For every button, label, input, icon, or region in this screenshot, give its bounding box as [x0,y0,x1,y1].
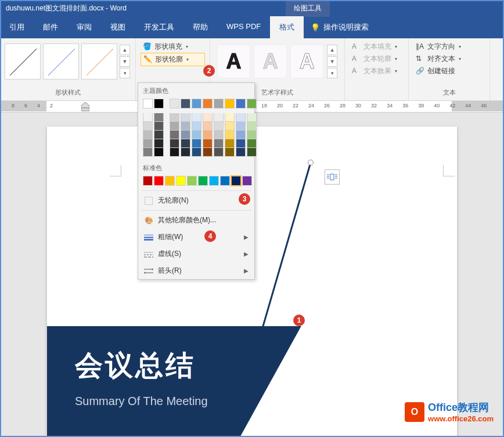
color-swatch[interactable] [247,139,257,148]
color-swatch[interactable] [236,113,246,122]
color-swatch[interactable] [214,113,224,122]
color-swatch[interactable] [203,113,213,122]
color-swatch[interactable] [225,122,235,131]
color-swatch[interactable] [143,99,153,109]
color-swatch[interactable] [143,113,153,122]
color-swatch[interactable] [203,99,213,109]
text-effects-button[interactable]: A 文本效果 ▾ [350,65,404,77]
tab-review[interactable]: 审阅 [67,16,101,38]
color-swatch[interactable] [198,176,208,186]
tab-help[interactable]: 帮助 [183,16,217,38]
color-swatch[interactable] [170,139,179,148]
shape-style-3[interactable] [81,44,117,80]
text-fill-button[interactable]: A 文本填充 ▾ [350,41,404,53]
color-swatch[interactable] [181,148,190,157]
color-swatch[interactable] [154,139,164,148]
color-swatch[interactable] [192,139,201,148]
tell-me-search[interactable]: 💡 操作说明搜索 [304,16,376,38]
tab-wps-pdf[interactable]: WPS PDF [217,16,270,38]
color-swatch[interactable] [247,122,257,131]
color-swatch[interactable] [181,99,190,109]
color-swatch[interactable] [247,113,257,122]
wordart-style-3[interactable]: A [290,45,323,78]
color-swatch[interactable] [192,148,201,157]
color-swatch[interactable] [154,176,164,186]
color-swatch[interactable] [154,99,164,109]
color-swatch[interactable] [170,148,179,157]
color-swatch[interactable] [192,131,201,139]
wordart-style-1[interactable]: A [217,45,250,78]
color-swatch[interactable] [236,139,246,148]
color-swatch[interactable] [236,122,246,131]
gallery-down-icon[interactable]: ▼ [120,56,130,67]
color-swatch[interactable] [192,99,201,109]
gallery-down-icon[interactable]: ▼ [327,56,337,67]
gallery-more-icon[interactable]: ▾ [120,68,130,78]
color-swatch[interactable] [192,122,201,131]
text-outline-button[interactable]: A 文本轮廓 ▾ [350,53,404,65]
color-swatch[interactable] [225,131,235,139]
color-swatch[interactable] [236,131,246,139]
wordart-gallery-scroll[interactable]: ▲ ▼ ▾ [327,45,337,78]
tab-format[interactable]: 格式 [270,16,304,38]
color-swatch[interactable] [214,99,224,109]
shape-style-1[interactable] [5,44,41,80]
color-swatch[interactable] [170,99,179,109]
color-swatch[interactable] [143,131,153,139]
color-swatch[interactable] [154,113,164,122]
color-swatch[interactable] [181,113,190,122]
color-swatch[interactable] [143,139,153,148]
color-swatch[interactable] [231,176,241,186]
color-swatch[interactable] [203,131,213,139]
gallery-scroll[interactable]: ▲ ▼ ▾ [120,45,130,78]
color-swatch[interactable] [242,176,252,186]
color-swatch[interactable] [214,148,224,157]
color-swatch[interactable] [247,148,257,157]
color-swatch[interactable] [165,176,175,186]
color-swatch[interactable] [220,176,230,186]
create-link-button[interactable]: 🔗 创建链接 [413,65,485,77]
dashes-item[interactable]: 虚线(S) ▶ [138,245,254,262]
arrows-item[interactable]: 箭头(R) ▶ [138,262,254,279]
color-swatch[interactable] [154,131,164,139]
color-swatch[interactable] [170,113,179,122]
color-swatch[interactable] [143,122,153,131]
color-swatch[interactable] [225,113,235,122]
color-swatch[interactable] [181,122,190,131]
color-swatch[interactable] [181,139,190,148]
gallery-up-icon[interactable]: ▲ [120,45,130,55]
layout-options-button[interactable] [325,169,340,185]
color-swatch[interactable] [203,139,213,148]
color-swatch[interactable] [187,176,197,186]
color-swatch[interactable] [209,176,219,186]
indent-marker-icon[interactable] [81,102,89,111]
color-swatch[interactable] [143,176,153,186]
color-swatch[interactable] [170,122,179,131]
color-swatch[interactable] [225,99,235,109]
tab-mailings[interactable]: 邮件 [34,16,67,38]
gallery-up-icon[interactable]: ▲ [327,45,337,55]
tab-view[interactable]: 视图 [101,16,135,38]
color-swatch[interactable] [203,122,213,131]
no-outline-item[interactable]: 无轮廓(N) [138,192,254,209]
tab-developer[interactable]: 开发工具 [135,16,183,38]
color-swatch[interactable] [236,99,246,109]
color-swatch[interactable] [181,131,190,139]
color-swatch[interactable] [236,148,246,157]
wordart-gallery[interactable]: A A A ▲ ▼ ▾ [215,41,340,82]
color-swatch[interactable] [203,148,213,157]
weight-item[interactable]: 粗细(W) ▶ [138,229,254,245]
text-direction-button[interactable]: ∥A 文字方向 ▾ [413,41,485,53]
color-swatch[interactable] [214,131,224,139]
color-swatch[interactable] [176,176,186,186]
tab-references[interactable]: 引用 [0,16,34,38]
align-text-button[interactable]: ⇅ 对齐文本 ▾ [413,53,485,65]
shape-outline-button[interactable]: ✏️ 形状轮廓 ▾ [141,53,205,66]
color-swatch[interactable] [247,131,257,139]
color-swatch[interactable] [170,131,179,139]
color-swatch[interactable] [225,139,235,148]
color-swatch[interactable] [154,122,164,131]
shape-style-2[interactable] [43,44,79,80]
color-swatch[interactable] [214,122,224,131]
color-swatch[interactable] [247,99,257,109]
